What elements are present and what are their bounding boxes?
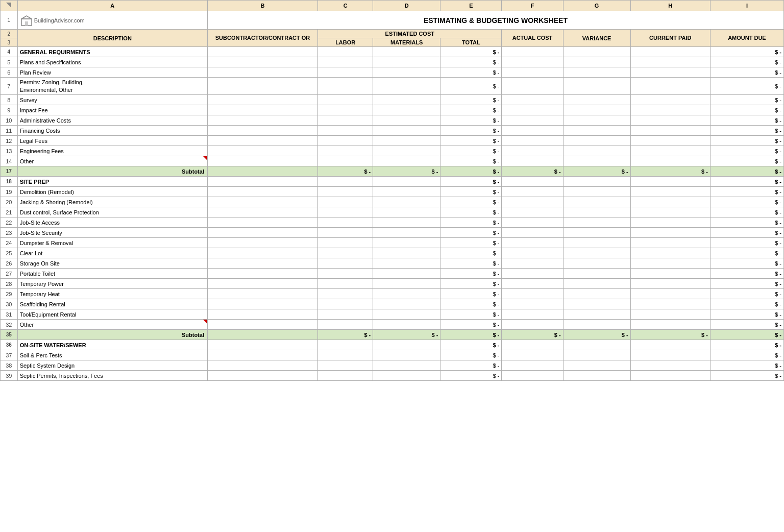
actual-cost-cell[interactable] xyxy=(502,279,563,289)
labor-cell[interactable] xyxy=(318,238,373,248)
row-label[interactable]: Other xyxy=(17,156,207,166)
materials-cell[interactable] xyxy=(373,269,440,279)
row-label[interactable]: Temporary Power xyxy=(17,279,207,289)
subcontractor-cell[interactable] xyxy=(207,350,317,360)
col-c-header[interactable]: C xyxy=(318,1,373,11)
total-cell[interactable]: $ - xyxy=(440,136,502,146)
materials-cell[interactable] xyxy=(373,207,440,217)
amount-due-cell[interactable]: $ - xyxy=(710,360,783,371)
materials-cell[interactable] xyxy=(373,105,440,115)
row-label[interactable]: Storage On Site xyxy=(17,258,207,269)
subcontractor-cell[interactable] xyxy=(207,126,317,136)
subcontractor-cell[interactable] xyxy=(207,57,317,67)
variance-cell[interactable]: $ - xyxy=(563,330,630,340)
subcontractor-cell[interactable] xyxy=(207,156,317,166)
current-paid-cell[interactable] xyxy=(630,320,710,330)
variance-cell[interactable] xyxy=(563,115,630,126)
subcontractor-cell[interactable] xyxy=(207,105,317,115)
total-cell[interactable]: $ - xyxy=(440,57,502,67)
labor-cell[interactable] xyxy=(318,146,373,156)
variance-cell[interactable] xyxy=(563,67,630,78)
actual-cost-cell[interactable] xyxy=(502,47,563,57)
variance-cell[interactable] xyxy=(563,47,630,57)
actual-cost-cell[interactable] xyxy=(502,269,563,279)
row-label[interactable]: Job-Site Access xyxy=(17,217,207,228)
actual-cost-cell[interactable] xyxy=(502,146,563,156)
materials-cell[interactable] xyxy=(373,360,440,371)
materials-cell[interactable] xyxy=(373,217,440,228)
row-label[interactable]: Temporary Heat xyxy=(17,289,207,299)
actual-cost-cell[interactable] xyxy=(502,57,563,67)
materials-cell[interactable]: $ - xyxy=(373,330,440,340)
materials-cell[interactable] xyxy=(373,67,440,78)
variance-cell[interactable] xyxy=(563,289,630,299)
row-label[interactable]: ON-SITE WATER/SEWER xyxy=(17,340,207,350)
current-paid-cell[interactable] xyxy=(630,350,710,360)
materials-cell[interactable] xyxy=(373,279,440,289)
row-label[interactable]: Survey xyxy=(17,95,207,105)
current-paid-cell[interactable] xyxy=(630,57,710,67)
amount-due-cell[interactable]: $ - xyxy=(710,269,783,279)
actual-cost-cell[interactable] xyxy=(502,258,563,269)
materials-cell[interactable] xyxy=(373,258,440,269)
subcontractor-cell[interactable] xyxy=(207,47,317,57)
actual-cost-cell[interactable] xyxy=(502,248,563,258)
subcontractor-cell[interactable] xyxy=(207,269,317,279)
amount-due-cell[interactable]: $ - xyxy=(710,258,783,269)
labor-cell[interactable] xyxy=(318,136,373,146)
labor-cell[interactable] xyxy=(318,47,373,57)
current-paid-cell[interactable]: $ - xyxy=(630,166,710,177)
materials-cell[interactable] xyxy=(373,289,440,299)
actual-cost-cell[interactable] xyxy=(502,197,563,207)
row-label[interactable]: Portable Toilet xyxy=(17,269,207,279)
labor-cell[interactable] xyxy=(318,289,373,299)
current-paid-cell[interactable] xyxy=(630,146,710,156)
variance-cell[interactable] xyxy=(563,126,630,136)
subcontractor-cell[interactable] xyxy=(207,330,317,340)
variance-cell[interactable] xyxy=(563,146,630,156)
total-cell[interactable]: $ - xyxy=(440,299,502,309)
actual-cost-cell[interactable] xyxy=(502,207,563,217)
current-paid-cell[interactable] xyxy=(630,126,710,136)
materials-cell[interactable] xyxy=(373,146,440,156)
actual-cost-cell[interactable] xyxy=(502,350,563,360)
materials-cell[interactable] xyxy=(373,350,440,360)
materials-cell[interactable] xyxy=(373,238,440,248)
total-cell[interactable]: $ - xyxy=(440,371,502,381)
labor-cell[interactable] xyxy=(318,228,373,238)
materials-cell[interactable] xyxy=(373,187,440,197)
total-cell[interactable]: $ - xyxy=(440,217,502,228)
labor-cell[interactable] xyxy=(318,248,373,258)
labor-cell[interactable] xyxy=(318,217,373,228)
actual-cost-cell[interactable] xyxy=(502,360,563,371)
row-label[interactable]: Scaffolding Rental xyxy=(17,299,207,309)
subcontractor-cell[interactable] xyxy=(207,309,317,320)
row-label[interactable]: SITE PREP xyxy=(17,177,207,187)
subcontractor-cell[interactable] xyxy=(207,258,317,269)
current-paid-cell[interactable] xyxy=(630,217,710,228)
variance-cell[interactable] xyxy=(563,299,630,309)
labor-cell[interactable] xyxy=(318,105,373,115)
labor-cell[interactable] xyxy=(318,126,373,136)
materials-cell[interactable] xyxy=(373,248,440,258)
variance-cell[interactable] xyxy=(563,177,630,187)
row-label[interactable]: Tool/Equipment Rental xyxy=(17,309,207,320)
amount-due-cell[interactable]: $ - xyxy=(710,299,783,309)
subcontractor-cell[interactable] xyxy=(207,299,317,309)
current-paid-cell[interactable] xyxy=(630,67,710,78)
variance-cell[interactable] xyxy=(563,350,630,360)
variance-cell[interactable] xyxy=(563,258,630,269)
total-cell[interactable]: $ - xyxy=(440,228,502,238)
amount-due-cell[interactable]: $ - xyxy=(710,228,783,238)
row-label[interactable]: Subtotal xyxy=(17,330,207,340)
row-label[interactable]: GENERAL REQUIRMENTS xyxy=(17,47,207,57)
labor-cell[interactable] xyxy=(318,320,373,330)
variance-cell[interactable] xyxy=(563,360,630,371)
total-cell[interactable]: $ - xyxy=(440,279,502,289)
materials-cell[interactable] xyxy=(373,228,440,238)
row-label[interactable]: Demolition (Remodel) xyxy=(17,187,207,197)
subcontractor-cell[interactable] xyxy=(207,238,317,248)
row-label[interactable]: Plan Review xyxy=(17,67,207,78)
materials-cell[interactable] xyxy=(373,126,440,136)
col-b-header[interactable]: B xyxy=(207,1,317,11)
